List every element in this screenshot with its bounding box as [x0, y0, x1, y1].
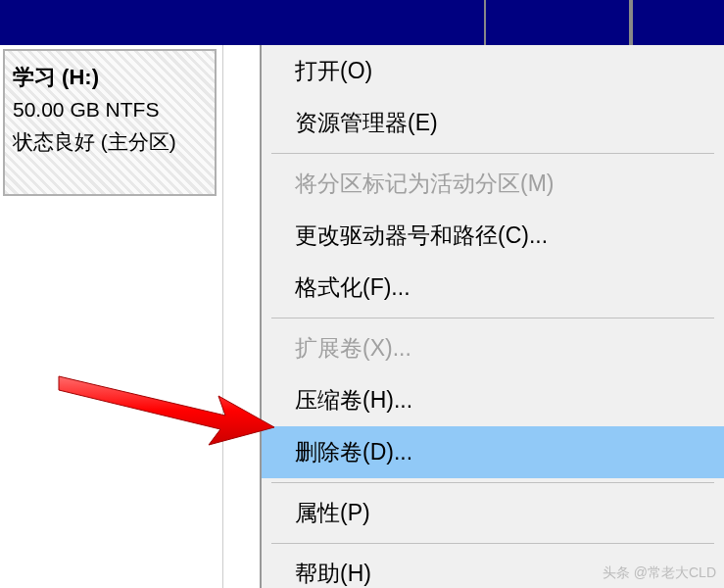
menu-shrink[interactable]: 压缩卷(H)...	[262, 374, 724, 426]
menu-separator	[271, 318, 714, 318]
left-panel: 学习 (H:) 50.00 GB NTFS 状态良好 (主分区)	[0, 45, 223, 588]
context-menu: 打开(O) 资源管理器(E) 将分区标记为活动分区(M) 更改驱动器号和路径(C…	[260, 45, 724, 588]
menu-delete-volume[interactable]: 删除卷(D)...	[262, 426, 724, 478]
partition-block[interactable]: 学习 (H:) 50.00 GB NTFS 状态良好 (主分区)	[3, 49, 217, 196]
menu-open[interactable]: 打开(O)	[262, 45, 724, 97]
partition-title: 学习 (H:)	[13, 61, 207, 94]
menu-extend: 扩展卷(X)...	[262, 322, 724, 374]
watermark: 头条 @常老大CLD	[603, 564, 716, 582]
header-cell-1	[484, 0, 631, 45]
menu-change-drive[interactable]: 更改驱动器号和路径(C)...	[262, 210, 724, 262]
header-cell-2	[631, 0, 724, 45]
menu-explorer[interactable]: 资源管理器(E)	[262, 97, 724, 149]
header-left	[0, 0, 484, 45]
menu-properties[interactable]: 属性(P)	[262, 487, 724, 539]
menu-separator	[271, 153, 714, 154]
menu-mark-active: 将分区标记为活动分区(M)	[262, 158, 724, 210]
menu-format[interactable]: 格式化(F)...	[262, 262, 724, 314]
partition-status: 状态良好 (主分区)	[13, 126, 207, 159]
menu-separator	[271, 482, 714, 483]
menu-separator	[271, 543, 714, 544]
partition-size: 50.00 GB NTFS	[13, 94, 207, 126]
header-bar	[0, 0, 724, 45]
edge-artifact	[712, 53, 724, 131]
